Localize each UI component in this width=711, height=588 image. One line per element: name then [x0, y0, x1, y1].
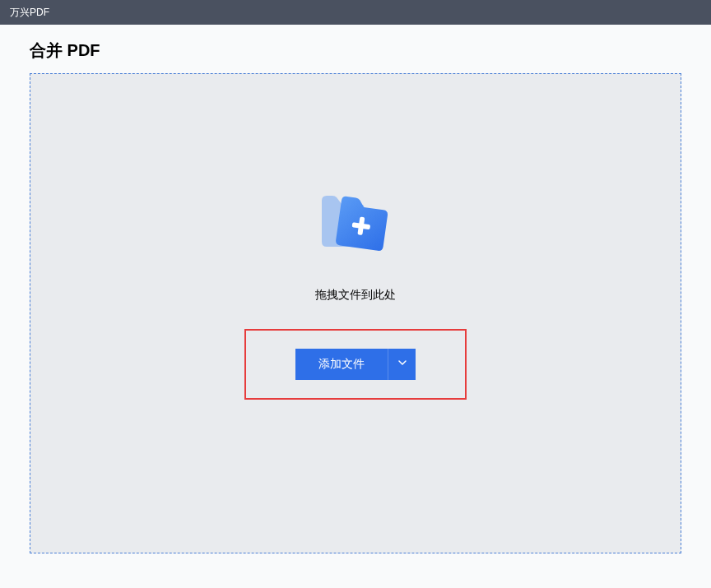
titlebar: 万兴PDF	[0, 0, 711, 25]
page-title: 合并 PDF	[0, 25, 711, 73]
drag-instruction-text: 拖拽文件到此处	[315, 288, 396, 303]
add-file-button[interactable]: 添加文件	[295, 349, 388, 380]
chevron-down-icon	[398, 360, 407, 368]
file-dropzone[interactable]: 拖拽文件到此处 添加文件	[30, 73, 681, 553]
highlight-annotation: 添加文件	[244, 329, 467, 400]
add-file-button-group: 添加文件	[295, 349, 416, 380]
folder-add-icon	[320, 194, 391, 255]
content-area: 合并 PDF	[0, 25, 711, 570]
add-file-dropdown-button[interactable]	[388, 349, 416, 380]
dropzone-wrapper: 拖拽文件到此处 添加文件	[0, 73, 711, 570]
app-name: 万兴PDF	[10, 6, 49, 20]
